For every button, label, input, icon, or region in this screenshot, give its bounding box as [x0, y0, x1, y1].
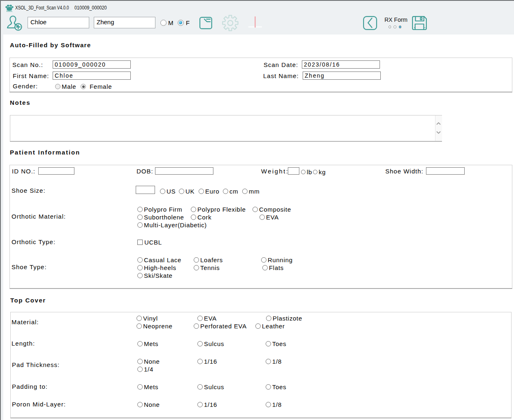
svg-text:XSOL: XSOL	[6, 10, 12, 12]
